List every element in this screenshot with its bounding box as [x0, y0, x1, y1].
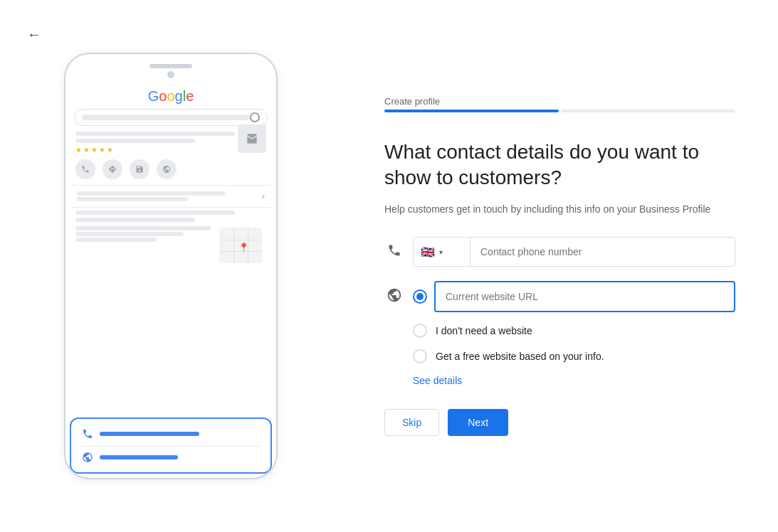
phone-input-row: 🇬🇧 ▾: [384, 237, 735, 267]
country-flag: 🇬🇧: [421, 245, 435, 259]
right-panel: Create profile What contact details do y…: [342, 0, 778, 532]
divider-1: [71, 185, 270, 186]
phone-contact-line: [100, 432, 199, 436]
phone-contact-row: [81, 427, 261, 440]
store-icon-mock: [238, 124, 266, 153]
search-icon-mock: [250, 112, 260, 122]
phone-mockup: Google ★★★★★: [64, 53, 278, 479]
page-title: What contact details do you want to show…: [384, 139, 735, 191]
stars-mock: ★★★★★: [75, 146, 233, 154]
mock-line-2: [75, 139, 195, 143]
see-details-link[interactable]: See details: [413, 375, 735, 386]
web-icon-circle: [157, 159, 177, 179]
contact-divider: [81, 446, 261, 447]
call-icon-circle: [75, 159, 95, 179]
website-input-area: [413, 281, 735, 312]
google-logo: Google: [71, 88, 270, 105]
phone-camera: [167, 71, 174, 78]
skip-button[interactable]: Skip: [384, 409, 439, 436]
search-bar-mock: [74, 109, 268, 126]
progress-segment-1: [384, 110, 559, 112]
action-icons-mock: [75, 159, 266, 179]
search-line-mock: [82, 115, 250, 120]
save-icon-circle: [130, 159, 149, 179]
back-arrow-icon: ←: [27, 26, 41, 43]
web-contact-icon: [81, 451, 94, 464]
create-profile-label: Create profile: [384, 96, 735, 107]
back-button[interactable]: ←: [21, 21, 47, 47]
phone-input-group[interactable]: 🇬🇧 ▾: [413, 237, 735, 267]
phone-speaker: [149, 64, 192, 68]
divider-2: [71, 207, 270, 208]
website-url-row: [384, 281, 735, 312]
free-website-radio[interactable]: [413, 349, 427, 363]
map-section: 📍: [75, 225, 266, 266]
arrow-row: ›: [71, 188, 270, 204]
radio-inner-dot: [416, 293, 424, 300]
website-input-wrapper[interactable]: [434, 281, 735, 312]
mock-line-1: [75, 132, 235, 136]
mock-line-4: [75, 218, 195, 222]
create-profile-section: Create profile: [384, 96, 735, 135]
website-url-input[interactable]: [436, 282, 734, 311]
free-website-label: Get a free website based on your info.: [436, 351, 604, 362]
next-button[interactable]: Next: [448, 409, 508, 436]
web-contact-line: [100, 455, 178, 459]
phone-row-icon: [384, 243, 404, 261]
phone-contact-icon: [81, 427, 94, 440]
web-contact-row: [81, 451, 261, 464]
chevron-down-icon: ▾: [439, 248, 443, 256]
page-subtitle: Help customers get in touch by including…: [384, 202, 735, 217]
phone-screen: Google ★★★★★: [65, 83, 276, 449]
no-website-label: I don't need a website: [436, 325, 532, 336]
mock-line-3: [75, 211, 235, 215]
button-row: Skip Next: [384, 409, 735, 436]
no-website-radio[interactable]: [413, 324, 427, 338]
country-selector[interactable]: 🇬🇧 ▾: [414, 238, 471, 266]
phone-number-input[interactable]: [471, 238, 735, 266]
phone-mockup-panel: Google ★★★★★: [0, 0, 342, 532]
directions-icon-circle: [102, 159, 122, 179]
website-radio-button[interactable]: [413, 289, 427, 304]
progress-bar: [384, 110, 735, 112]
free-website-option[interactable]: Get a free website based on your info.: [413, 349, 735, 363]
contact-card: [70, 417, 272, 474]
globe-row-icon: [384, 287, 404, 307]
stars-store-row: ★★★★★: [71, 146, 270, 154]
no-website-option[interactable]: I don't need a website: [413, 324, 735, 338]
progress-segment-2: [562, 110, 736, 112]
